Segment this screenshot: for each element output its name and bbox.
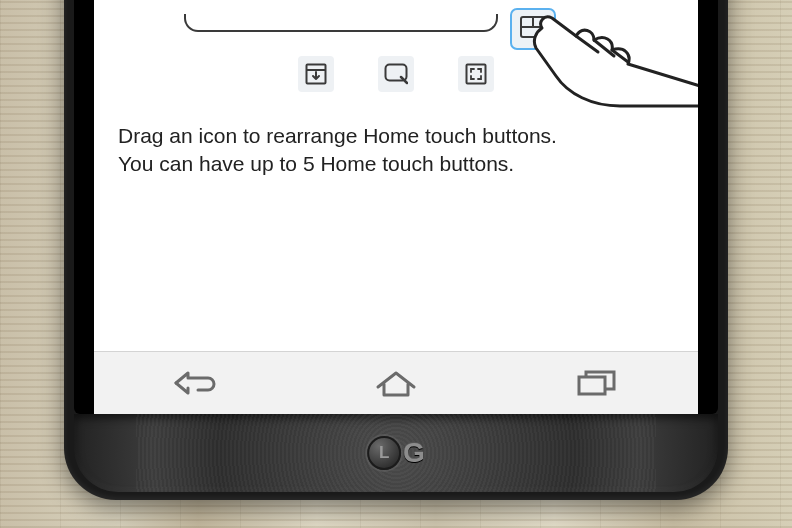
brand-logo: L G bbox=[367, 436, 425, 470]
brand-logo-g: G bbox=[403, 439, 425, 467]
back-icon bbox=[172, 369, 218, 397]
drop-target-bar[interactable] bbox=[184, 14, 498, 32]
svg-rect-7 bbox=[579, 377, 605, 394]
svg-rect-6 bbox=[467, 65, 486, 84]
phone-body: L G bbox=[64, 0, 728, 500]
screen: Drag an icon to rearrange Home touch but… bbox=[94, 0, 698, 414]
qslide-icon bbox=[465, 63, 487, 85]
draggable-button-notification[interactable] bbox=[298, 56, 334, 92]
button-arrangement-area bbox=[94, 0, 698, 102]
instruction-line-1: Drag an icon to rearrange Home touch but… bbox=[118, 122, 674, 150]
recent-apps-icon bbox=[576, 369, 618, 397]
instruction-line-2: You can have up to 5 Home touch buttons. bbox=[118, 150, 674, 178]
home-touch-button-bar bbox=[94, 351, 698, 414]
draggable-button-qslide[interactable] bbox=[458, 56, 494, 92]
recent-apps-button[interactable] bbox=[567, 363, 627, 403]
home-button[interactable] bbox=[366, 363, 426, 403]
qmemo-icon bbox=[384, 63, 408, 85]
back-button[interactable] bbox=[165, 363, 225, 403]
instruction-text: Drag an icon to rearrange Home touch but… bbox=[118, 122, 674, 179]
home-icon bbox=[373, 369, 419, 397]
notification-pulldown-icon bbox=[305, 63, 327, 85]
bezel: Drag an icon to rearrange Home touch but… bbox=[74, 0, 718, 414]
brand-logo-l: L bbox=[367, 436, 401, 470]
draggable-button-qmemo[interactable] bbox=[378, 56, 414, 92]
phone-chin: L G bbox=[74, 414, 718, 492]
available-buttons-row bbox=[94, 56, 698, 92]
dual-window-icon bbox=[520, 16, 546, 38]
draggable-button-dual-window[interactable] bbox=[510, 8, 556, 50]
